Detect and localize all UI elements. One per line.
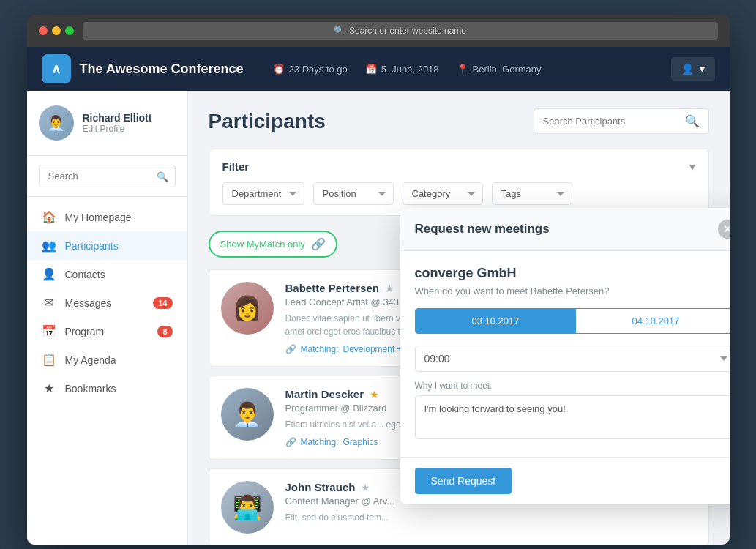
program-icon: 📅 bbox=[42, 324, 56, 338]
sidebar-item-contacts[interactable]: 👤 Contacts bbox=[27, 260, 187, 288]
filter-header: Filter ▾ bbox=[222, 160, 695, 173]
participant-avatar: 👨‍💼 bbox=[221, 388, 274, 441]
participant-name: Martin Descker bbox=[285, 388, 364, 400]
top-nav: ∧ The Awesome Conference ⏰ 23 Days to go… bbox=[27, 47, 730, 91]
search-icon: 🔍 bbox=[334, 26, 345, 36]
sidebar-item-label: My Agenda bbox=[65, 354, 116, 366]
app-title: The Awesome Conference bbox=[80, 61, 244, 77]
show-mymatch-label: Show MyMatch only bbox=[220, 239, 305, 250]
sidebar-search-area: 🔍 bbox=[27, 156, 187, 197]
sidebar-item-label: Messages bbox=[65, 297, 112, 309]
why-textarea[interactable]: I'm looking forward to seeing you! bbox=[415, 395, 730, 439]
sidebar-item-label: Contacts bbox=[65, 269, 105, 280]
main-layout: 👨‍💼 Richard Elliott Edit Profile 🔍 bbox=[27, 91, 730, 545]
user-info: Richard Elliott Edit Profile bbox=[83, 112, 152, 134]
close-dot[interactable] bbox=[39, 26, 48, 35]
browser-chrome: 🔍 Search or enter website name bbox=[27, 15, 730, 47]
sidebar-item-my-agenda[interactable]: 📋 My Agenda bbox=[27, 346, 187, 374]
date-tab-1[interactable]: 03.10.2017 bbox=[416, 309, 576, 333]
modal-header: Request new meetings ✕ bbox=[400, 208, 730, 251]
location-icon: 📍 bbox=[457, 64, 468, 75]
filter-collapse-icon[interactable]: ▾ bbox=[689, 160, 695, 173]
link-icon: 🔗 bbox=[285, 344, 296, 354]
page-header: Participants 🔍 bbox=[209, 108, 709, 134]
sidebar-item-participants[interactable]: 👥 Participants bbox=[27, 231, 187, 260]
sidebar-item-label: Participants bbox=[65, 240, 119, 252]
home-icon: 🏠 bbox=[42, 210, 56, 224]
participants-icon: 👥 bbox=[42, 239, 56, 253]
page-title: Participants bbox=[209, 110, 326, 133]
user-name: Richard Elliott bbox=[83, 112, 152, 124]
show-mymatch-button[interactable]: Show MyMatch only 🔗 bbox=[209, 231, 337, 258]
user-profile: 👨‍💼 Richard Elliott Edit Profile bbox=[27, 91, 187, 156]
why-label: Why I want to meet: bbox=[415, 381, 730, 391]
messages-badge: 14 bbox=[153, 297, 172, 309]
matching-tags: Graphics bbox=[343, 437, 378, 447]
nav-right: 👤 ▾ bbox=[671, 57, 715, 81]
url-text: Search or enter website name bbox=[349, 26, 466, 36]
nav-meta: ⏰ 23 Days to go 📅 5. June, 2018 📍 Berlin… bbox=[273, 64, 542, 75]
sidebar-search-input[interactable] bbox=[39, 165, 176, 187]
bookmark-icon: ★ bbox=[42, 381, 56, 395]
sidebar-item-homepage[interactable]: 🏠 My Homepage bbox=[27, 203, 187, 231]
category-filter[interactable]: Category bbox=[403, 182, 483, 205]
edit-profile-link[interactable]: Edit Profile bbox=[83, 124, 152, 134]
modal-footer: Send Request bbox=[400, 457, 730, 504]
date-tab-2[interactable]: 04.10.2017 bbox=[576, 309, 730, 333]
minimize-dot[interactable] bbox=[52, 26, 61, 35]
modal-title: Request new meetings bbox=[415, 222, 550, 236]
star-icon[interactable]: ★ bbox=[370, 389, 379, 400]
sidebar-item-label: My Homepage bbox=[65, 212, 132, 223]
participant-bio: Elit, sed do eiusmod tem... bbox=[285, 511, 697, 524]
tags-filter[interactable]: Tags bbox=[492, 182, 572, 205]
modal-body: converge GmbH When do you want to meet B… bbox=[400, 251, 730, 457]
event-date: 📅 5. June, 2018 bbox=[365, 64, 439, 75]
event-location: 📍 Berlin, Germany bbox=[457, 64, 542, 75]
logo-area: ∧ The Awesome Conference bbox=[42, 54, 244, 83]
app-logo: ∧ bbox=[42, 54, 71, 83]
sidebar-item-label: Bookmarks bbox=[65, 383, 116, 395]
search-participants-area: 🔍 bbox=[534, 108, 709, 134]
sidebar-item-label: Program bbox=[65, 326, 105, 337]
modal-subtitle: When do you want to meet Babette Peterse… bbox=[415, 285, 730, 296]
position-filter[interactable]: Position bbox=[313, 182, 394, 205]
agenda-icon: 📋 bbox=[42, 353, 56, 367]
participant-avatar: 👩 bbox=[221, 282, 274, 335]
sidebar-search-icon: 🔍 bbox=[157, 171, 168, 182]
participant-avatar: 👨‍💻 bbox=[221, 481, 274, 534]
star-icon[interactable]: ★ bbox=[361, 482, 370, 493]
star-icon[interactable]: ★ bbox=[385, 283, 394, 294]
send-request-button[interactable]: Send Request bbox=[415, 468, 512, 494]
sidebar-item-bookmarks[interactable]: ★ Bookmarks bbox=[27, 374, 187, 403]
sidebar-item-program[interactable]: 📅 Program 8 bbox=[27, 317, 187, 346]
program-badge: 8 bbox=[157, 326, 172, 337]
url-bar[interactable]: 🔍 Search or enter website name bbox=[83, 22, 718, 40]
department-filter[interactable]: Department bbox=[222, 182, 304, 205]
sidebar: 👨‍💼 Richard Elliott Edit Profile 🔍 bbox=[27, 91, 188, 545]
contacts-icon: 👤 bbox=[42, 267, 56, 281]
time-select[interactable]: 09:00 bbox=[415, 346, 730, 372]
maximize-dot[interactable] bbox=[65, 26, 74, 35]
participant-name: John Strauch bbox=[285, 481, 356, 493]
user-icon: 👤 bbox=[681, 63, 694, 75]
sidebar-item-messages[interactable]: ✉ Messages 14 bbox=[27, 288, 187, 317]
matching-label: Matching: bbox=[301, 344, 339, 354]
calendar-icon: 📅 bbox=[365, 64, 377, 75]
search-participants-input[interactable] bbox=[543, 116, 685, 127]
date-tabs: 03.10.2017 04.10.2017 bbox=[415, 308, 730, 334]
matching-label: Matching: bbox=[301, 437, 339, 447]
browser-dots bbox=[39, 26, 74, 35]
filter-section: Filter ▾ Department Position Category bbox=[209, 149, 709, 216]
link-icon: 🔗 bbox=[285, 437, 296, 447]
participant-name: Babette Pertersen bbox=[285, 282, 379, 294]
modal-company: converge GmbH bbox=[415, 266, 730, 281]
user-menu-button[interactable]: 👤 ▾ bbox=[671, 57, 715, 81]
modal-close-button[interactable]: ✕ bbox=[718, 220, 730, 239]
filter-title: Filter bbox=[222, 160, 250, 173]
messages-icon: ✉ bbox=[42, 296, 56, 310]
sidebar-search-wrap: 🔍 bbox=[39, 165, 176, 187]
sidebar-nav: 🏠 My Homepage 👥 Participants 👤 Contacts … bbox=[27, 197, 187, 408]
filter-dropdowns: Department Position Category Tags bbox=[222, 182, 695, 205]
request-meeting-modal: Request new meetings ✕ converge GmbH Whe… bbox=[400, 208, 730, 504]
main-content: Participants 🔍 Filter ▾ Department bbox=[188, 91, 730, 545]
